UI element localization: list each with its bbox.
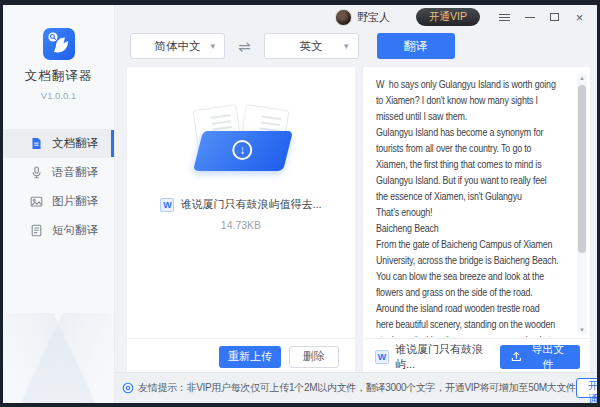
translation-line: Gulangyu Island. But if you want to real… xyxy=(376,172,570,188)
chevron-down-icon: ▾ xyxy=(344,41,349,51)
translation-line: Around the island road wooden trestle ro… xyxy=(376,300,570,316)
titlebar: 野宝人 开通VIP × xyxy=(115,5,597,29)
target-language-select[interactable]: 英文 ▾ xyxy=(264,33,359,59)
chevron-down-icon: ▾ xyxy=(210,41,215,51)
folder-icon: ↓ xyxy=(193,131,293,171)
target-language-value: 英文 xyxy=(300,39,323,54)
sidebar-item-label: 语音翻译 xyxy=(52,165,98,180)
upload-icon xyxy=(511,351,522,362)
reupload-button[interactable]: 重新上传 xyxy=(219,346,281,368)
translation-line: Gulangyu Island has become a synonym for xyxy=(376,124,570,140)
panels: ↓ W 谁说厦门只有鼓浪屿值得去... 14.73KB 重新上传 删除 W ho… xyxy=(115,67,597,374)
swap-languages-icon[interactable]: ⇌ xyxy=(238,39,251,54)
result-panel-footer: W 谁说厦门只有鼓浪屿... 导出文件 xyxy=(363,338,590,374)
microphone-icon xyxy=(30,166,43,179)
upload-folder-illustration: ↓ xyxy=(176,107,306,171)
translation-line: Baicheng Beach xyxy=(376,220,570,236)
translation-line: You can blow the sea breeze and look at … xyxy=(376,268,570,284)
sidebar: 文档翻译器 V1.0.0.1 文档翻译 语音翻译 xyxy=(3,5,115,403)
translation-result-panel: W ho says only Gulangyu Island is worth … xyxy=(363,67,590,374)
main-content: 简体中文 ▾ ⇌ 英文 ▾ 翻译 ↓ W xyxy=(115,29,597,372)
app-name: 文档翻译器 xyxy=(3,68,114,85)
translation-line: missed until I saw them. xyxy=(376,108,570,124)
scroll-up-icon[interactable]: ▲ xyxy=(577,75,587,81)
sidebar-item-label: 图片翻译 xyxy=(52,194,98,209)
sidebar-menu: 文档翻译 语音翻译 图片翻译 xyxy=(3,129,114,245)
translation-text-area: W ho says only Gulangyu Island is worth … xyxy=(376,76,570,337)
info-icon xyxy=(122,382,134,394)
translation-line: From the gate of Baicheng Campus of Xiam… xyxy=(376,236,570,252)
vip-tip: 友情提示：非VIP用户每次仅可上传1个2M以内文件，翻译3000个文字，开通VI… xyxy=(122,381,576,395)
open-vip-button[interactable]: 开通VIP xyxy=(416,8,480,26)
word-file-icon: W xyxy=(375,350,389,364)
image-icon xyxy=(30,195,43,208)
maximize-button[interactable] xyxy=(542,6,567,28)
user-account[interactable]: 野宝人 xyxy=(335,9,390,26)
phrase-doc-icon xyxy=(30,224,43,237)
footer-bar: 友情提示：非VIP用户每次仅可上传1个2M以内文件，翻译3000个文字，开通VI… xyxy=(115,372,597,403)
source-language-select[interactable]: 简体中文 ▾ xyxy=(130,33,225,59)
scrollbar-track[interactable]: ▲ ▼ xyxy=(577,74,587,334)
uploaded-file-name: 谁说厦门只有鼓浪屿值得去... xyxy=(180,197,321,212)
close-button[interactable]: × xyxy=(567,6,592,28)
translation-line: tourists from all over the country. To g… xyxy=(376,140,570,156)
translation-line: flowers and grass on the side of the roa… xyxy=(376,284,570,300)
uploaded-file-row: W 谁说厦门只有鼓浪屿值得去... xyxy=(127,197,355,212)
translate-button[interactable]: 翻译 xyxy=(377,33,455,59)
sidebar-item-phrase-translate[interactable]: 短句翻译 xyxy=(3,216,114,245)
sidebar-item-label: 短句翻译 xyxy=(52,223,98,238)
hamburger-icon xyxy=(499,14,510,21)
translation-line: That's enough! xyxy=(376,204,570,220)
translation-text: W ho says only Gulangyu Island is worth … xyxy=(376,76,570,337)
translation-line: the essence of Xiamen, isn't Gulangyu xyxy=(376,188,570,204)
sidebar-item-label: 文档翻译 xyxy=(52,136,98,151)
app-version: V1.0.0.1 xyxy=(3,90,114,101)
download-arrow-icon: ↓ xyxy=(232,140,252,160)
export-file-label: 导出文件 xyxy=(526,342,569,372)
sidebar-item-image-translate[interactable]: 图片翻译 xyxy=(3,187,114,216)
translation-line: to Xiamen? I don't know how many sights … xyxy=(376,92,570,108)
minimize-icon xyxy=(525,17,535,18)
translation-line: Xiamen, the first thing that comes to mi… xyxy=(376,156,570,172)
word-file-icon: W xyxy=(160,198,174,212)
translation-line: W ho says only Gulangyu Island is worth … xyxy=(376,76,570,92)
translation-line: University, across the bridge is Baichen… xyxy=(376,252,570,268)
app-window: 文档翻译器 V1.0.0.1 文档翻译 语音翻译 xyxy=(0,0,600,407)
username: 野宝人 xyxy=(357,10,390,25)
uploaded-file-size: 14.73KB xyxy=(127,219,355,231)
footer-open-vip-button[interactable]: 开通VIP xyxy=(576,378,600,398)
sidebar-item-voice-translate[interactable]: 语音翻译 xyxy=(3,158,114,187)
source-file-panel: ↓ W 谁说厦门只有鼓浪屿值得去... 14.73KB 重新上传 删除 xyxy=(127,67,355,374)
document-icon xyxy=(30,137,43,150)
export-file-button[interactable]: 导出文件 xyxy=(500,345,580,369)
maximize-icon xyxy=(550,13,559,21)
language-toolbar: 简体中文 ▾ ⇌ 英文 ▾ 翻译 xyxy=(130,33,597,59)
sidebar-item-document-translate[interactable]: 文档翻译 xyxy=(3,129,114,158)
scrollbar-thumb[interactable] xyxy=(578,85,586,253)
vip-tip-text: 友情提示：非VIP用户每次仅可上传1个2M以内文件，翻译3000个文字，开通VI… xyxy=(138,381,576,395)
user-avatar[interactable] xyxy=(335,9,352,26)
menu-button[interactable] xyxy=(492,6,517,28)
result-file-row: W 谁说厦门只有鼓浪屿... xyxy=(375,342,500,372)
source-panel-footer: 重新上传 删除 xyxy=(127,338,355,374)
window-controls: × xyxy=(492,6,592,28)
translation-line: stack overlooking the sea, you can see b… xyxy=(376,332,570,337)
scroll-down-icon[interactable]: ▼ xyxy=(577,327,587,333)
minimize-button[interactable] xyxy=(517,6,542,28)
source-language-value: 简体中文 xyxy=(155,39,201,54)
result-file-name: 谁说厦门只有鼓浪屿... xyxy=(395,342,500,372)
app-logo-icon xyxy=(42,27,76,61)
translation-line: here beautiful scenery, standing on the … xyxy=(376,316,570,332)
delete-button[interactable]: 删除 xyxy=(289,346,339,368)
